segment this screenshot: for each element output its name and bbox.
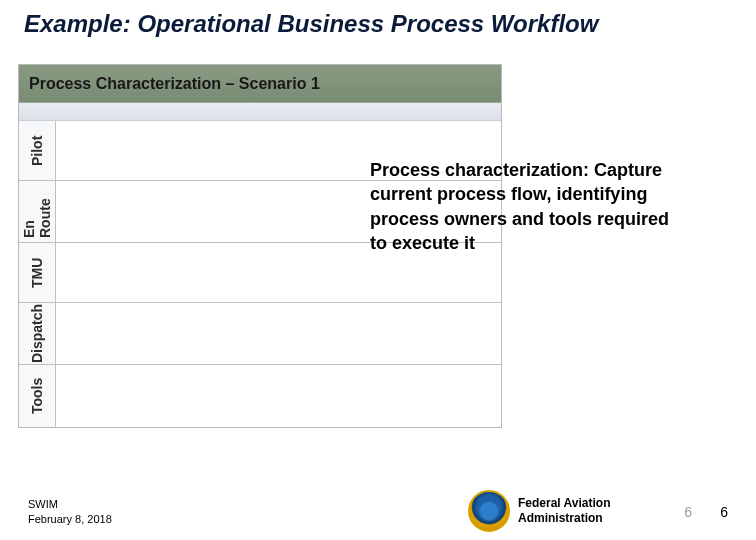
diagram-header: Process Characterization – Scenario 1 bbox=[19, 65, 501, 103]
footer: SWIM February 8, 2018 Federal Aviation A… bbox=[0, 484, 756, 540]
footer-left: SWIM February 8, 2018 bbox=[28, 497, 112, 526]
page-number-grey: 6 bbox=[684, 504, 692, 520]
swimlane: Dispatch bbox=[19, 303, 501, 365]
swimlane-label: Pilot bbox=[19, 121, 55, 180]
page-number-black: 6 bbox=[720, 504, 728, 520]
callout-text: Process characterization: Capture curren… bbox=[370, 158, 670, 255]
swimlane-label: Tools bbox=[19, 365, 55, 427]
swimlane-body bbox=[55, 303, 501, 364]
slide-title: Example: Operational Business Process Wo… bbox=[24, 10, 598, 38]
footer-project: SWIM bbox=[28, 497, 112, 511]
footer-agency-block: Federal Aviation Administration bbox=[468, 490, 610, 532]
diagram-subheader bbox=[19, 103, 501, 121]
swimlane-body bbox=[55, 365, 501, 427]
footer-date: February 8, 2018 bbox=[28, 512, 112, 526]
faa-seal-icon bbox=[468, 490, 510, 532]
agency-line1: Federal Aviation bbox=[518, 496, 610, 511]
swimlane-label: En Route bbox=[19, 181, 55, 242]
agency-name: Federal Aviation Administration bbox=[518, 496, 610, 526]
swimlane-label: Dispatch bbox=[19, 303, 55, 364]
swimlane: Tools bbox=[19, 365, 501, 427]
swimlane-label: TMU bbox=[19, 243, 55, 302]
agency-line2: Administration bbox=[518, 511, 610, 526]
